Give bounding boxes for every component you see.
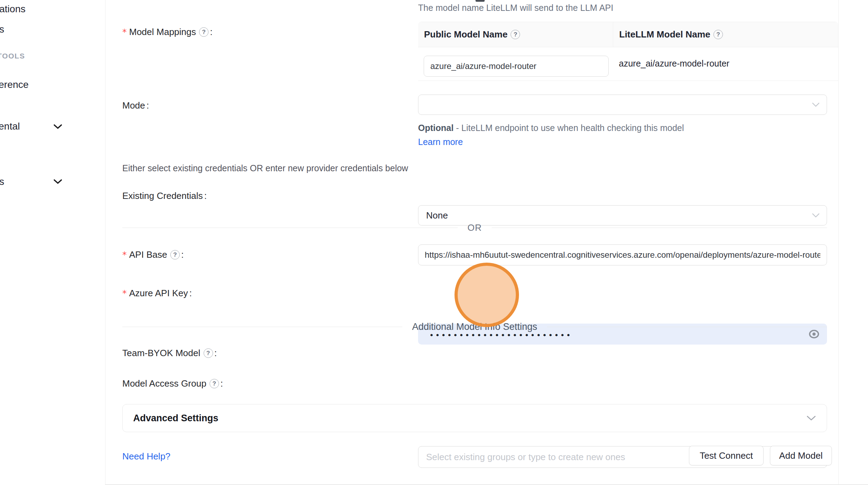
model-access-group-select[interactable]: Select existing groups or type to create… xyxy=(418,446,827,468)
chevron-down-icon[interactable] xyxy=(53,124,62,129)
sidebar-item[interactable]: ental xyxy=(0,121,20,132)
chevron-down-icon xyxy=(806,415,816,421)
azure-api-key-label: * Azure API Key : xyxy=(122,288,192,299)
model-mappings-label: * Model Mappings ? : xyxy=(122,27,213,37)
click-indicator xyxy=(454,263,519,327)
sidebar-item[interactable]: s xyxy=(0,24,4,35)
sidebar-item-label: ental xyxy=(0,121,20,132)
help-icon[interactable]: ? xyxy=(511,30,520,39)
col-litellm-model-name: LiteLLM Model Name ? xyxy=(613,22,723,47)
or-divider-text: OR xyxy=(458,222,492,233)
required-asterisk: * xyxy=(122,27,127,37)
need-help-link[interactable]: Need Help? xyxy=(122,451,170,462)
additional-settings-divider: Additional Model Info Settings xyxy=(122,320,827,334)
table-row: azure_ai/azure-model-router xyxy=(418,47,838,81)
chevron-down-icon xyxy=(812,213,820,218)
required-asterisk: * xyxy=(122,288,127,298)
advanced-settings-title: Advanced Settings xyxy=(133,413,218,424)
additional-settings-divider-text: Additional Model Info Settings xyxy=(402,321,547,332)
model-access-group-placeholder: Select existing groups or type to create… xyxy=(426,452,625,463)
model-name-helper-text: The model name LiteLLM will send to the … xyxy=(418,3,613,13)
mode-helper-text: Optional - LiteLLM endpoint to use when … xyxy=(418,121,705,149)
sidebar-item[interactable]: s xyxy=(0,176,4,187)
or-divider: OR xyxy=(122,221,827,235)
card-left-border xyxy=(105,0,105,484)
sidebar-section-tools: TOOLS xyxy=(0,52,25,60)
chevron-down-icon xyxy=(812,103,820,107)
sidebar-item-label: s xyxy=(0,24,4,35)
mode-label: Mode : xyxy=(122,100,149,111)
api-base-input[interactable] xyxy=(418,244,827,265)
required-asterisk: * xyxy=(122,250,127,260)
model-access-group-label: Model Access Group ? : xyxy=(122,378,223,389)
help-icon[interactable]: ? xyxy=(204,348,213,358)
help-icon[interactable]: ? xyxy=(199,27,209,37)
sidebar-item[interactable]: ations xyxy=(0,4,26,15)
team-byok-label: Team-BYOK Model ? : xyxy=(122,348,217,359)
card-right-border xyxy=(838,0,839,484)
mode-select[interactable] xyxy=(418,95,827,115)
chevron-down-icon[interactable] xyxy=(53,179,62,184)
litellm-model-name-value: azure_ai/azure-model-router xyxy=(619,58,729,69)
model-mappings-table: Public Model Name ? LiteLLM Model Name ?… xyxy=(418,22,838,81)
advanced-settings-panel[interactable]: Advanced Settings xyxy=(122,404,827,432)
help-icon[interactable]: ? xyxy=(713,30,723,39)
table-header-row: Public Model Name ? LiteLLM Model Name ? xyxy=(418,22,838,47)
cut-off-text-fragment xyxy=(476,0,485,2)
credentials-note: Either select existing credentials OR en… xyxy=(122,163,408,173)
existing-credentials-label: Existing Credentials : xyxy=(122,190,207,201)
col-public-model-name: Public Model Name ? xyxy=(418,22,613,47)
help-icon[interactable]: ? xyxy=(210,379,219,388)
sidebar-item[interactable]: erence xyxy=(0,79,29,90)
help-icon[interactable]: ? xyxy=(170,250,180,259)
sidebar-item-label: s xyxy=(0,176,4,187)
add-model-page: ations s TOOLS erence ental s The model … xyxy=(0,0,868,485)
learn-more-link[interactable]: Learn more xyxy=(418,137,463,147)
api-base-label: * API Base ? : xyxy=(122,249,184,260)
sidebar-item-label: ations xyxy=(0,4,26,14)
public-model-name-input[interactable] xyxy=(424,56,609,77)
sidebar-item-label: erence xyxy=(0,79,29,90)
add-model-button[interactable]: Add Model xyxy=(770,446,832,465)
test-connect-button[interactable]: Test Connect xyxy=(689,446,764,465)
